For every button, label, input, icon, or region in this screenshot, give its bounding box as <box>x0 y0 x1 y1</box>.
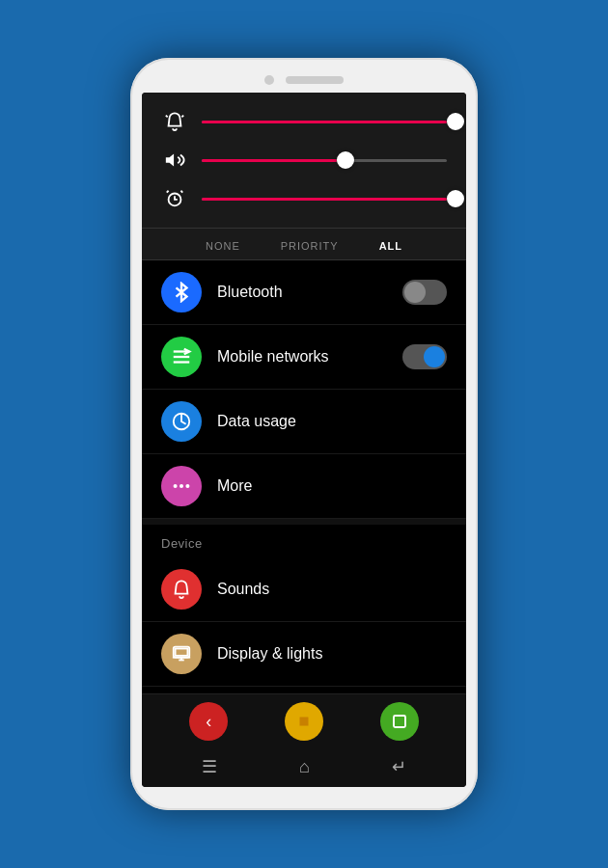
phone-frame: NONE PRIORITY ALL Bluetooth <box>130 58 478 810</box>
bluetooth-label: Bluetooth <box>217 284 387 301</box>
display-lights-label: Display & lights <box>217 645 447 663</box>
back-sys-icon[interactable]: ↵ <box>392 756 406 777</box>
menu-icon[interactable]: ☰ <box>202 756 217 777</box>
home-button[interactable] <box>285 702 323 741</box>
svg-line-0 <box>166 116 168 118</box>
settings-item-sounds[interactable]: Sounds <box>142 557 466 622</box>
more-label: More <box>217 477 447 495</box>
alarm-slider-row <box>161 185 447 212</box>
svg-rect-19 <box>299 718 308 726</box>
data-usage-icon-circle <box>161 401 202 442</box>
tab-none[interactable]: NONE <box>200 238 246 254</box>
media-slider-row <box>161 147 447 174</box>
bluetooth-icon-circle <box>161 272 202 312</box>
ringtone-slider[interactable] <box>202 112 447 131</box>
settings-item-more[interactable]: More <box>142 454 466 519</box>
ringtone-icon <box>161 108 188 135</box>
phone-top-bar <box>142 69 466 93</box>
tab-priority[interactable]: PRIORITY <box>275 238 345 254</box>
sounds-icon-circle <box>161 569 202 610</box>
phone-bottom-bar <box>142 787 466 799</box>
bottom-nav-colored: ‹ <box>142 693 466 748</box>
home-sys-icon[interactable]: ⌂ <box>299 757 310 777</box>
display-lights-icon-circle <box>161 634 202 674</box>
settings-list: Bluetooth Mobile networks <box>142 260 466 693</box>
settings-item-mobile-networks[interactable]: Mobile networks <box>142 325 466 390</box>
alarm-slider[interactable] <box>202 189 447 208</box>
svg-rect-20 <box>394 716 405 727</box>
mobile-networks-label: Mobile networks <box>217 348 387 366</box>
sounds-label: Sounds <box>217 581 447 598</box>
bottom-nav-system: ☰ ⌂ ↵ <box>142 748 466 787</box>
svg-point-12 <box>185 484 189 488</box>
mobile-networks-icon-circle <box>161 337 202 377</box>
svg-point-10 <box>174 484 178 488</box>
notification-tabs: NONE PRIORITY ALL <box>142 229 466 260</box>
volume-icon <box>161 147 188 174</box>
device-header-text: Device <box>161 536 203 551</box>
phone-screen: NONE PRIORITY ALL Bluetooth <box>142 93 466 787</box>
bluetooth-toggle[interactable] <box>402 280 447 305</box>
settings-item-data-usage[interactable]: Data usage <box>142 390 466 454</box>
mobile-networks-toggle[interactable] <box>402 344 447 369</box>
more-icon-circle <box>161 466 202 506</box>
svg-marker-2 <box>166 154 174 167</box>
data-usage-label: Data usage <box>217 413 447 430</box>
back-button[interactable]: ‹ <box>189 702 228 741</box>
settings-item-display-lights[interactable]: Display & lights <box>142 622 466 687</box>
recents-icon <box>391 713 408 730</box>
tab-all[interactable]: ALL <box>373 238 408 254</box>
svg-line-4 <box>167 191 169 193</box>
alarm-icon <box>161 185 188 212</box>
svg-rect-14 <box>176 649 188 656</box>
svg-line-5 <box>180 191 182 193</box>
recents-button[interactable] <box>380 702 419 741</box>
device-section-header: Device <box>142 525 466 557</box>
phone-camera <box>264 75 274 85</box>
settings-item-bluetooth[interactable]: Bluetooth <box>142 260 466 325</box>
back-chevron-icon: ‹ <box>206 712 211 732</box>
ringtone-slider-row <box>161 108 447 135</box>
svg-point-11 <box>180 484 183 488</box>
phone-speaker <box>286 76 344 84</box>
svg-line-1 <box>181 116 183 118</box>
home-icon <box>295 713 313 730</box>
sliders-section <box>142 93 466 229</box>
media-slider[interactable] <box>202 150 447 170</box>
